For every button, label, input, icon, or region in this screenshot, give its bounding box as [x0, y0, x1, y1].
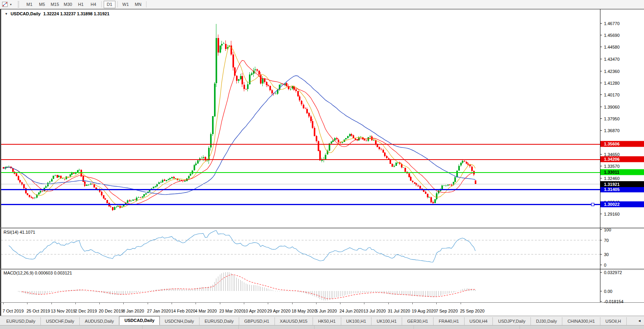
tab-scroll-left-icon[interactable]: ◄ — [635, 316, 644, 325]
price-tick-label: 1.46770 — [604, 21, 620, 26]
status-cell — [414, 325, 520, 329]
tab-dj30-daily[interactable]: DJ30,Daily — [531, 317, 562, 325]
timeframe-button-w1[interactable]: W1 — [120, 1, 132, 8]
time-axis-label: 5 Jun 2020 — [316, 309, 337, 313]
time-axis-label: 7 Oct 2019 — [3, 309, 24, 313]
price-tick-label: 1.33570 — [604, 164, 620, 169]
time-axis-label: 24 Jun 2020 — [340, 309, 364, 313]
tab-eurusd-daily[interactable]: EURUSD,Daily — [1, 317, 41, 325]
collapse-triangle-icon[interactable]: ▼ — [5, 12, 8, 16]
timeframe-button-d1[interactable]: D1 — [104, 1, 115, 8]
price-label-box: 1.30022 — [600, 202, 644, 207]
tab-usdcnh-daily[interactable]: USDCNH,Daily — [159, 317, 199, 325]
tab-usdjpy-daily[interactable]: USDJPY,Daily — [493, 317, 531, 325]
timeframe-button-h1[interactable]: H1 — [75, 1, 87, 8]
chart-ohlc-values: 1.32224 1.32237 1.31898 1.31921 — [43, 11, 109, 16]
status-bar — [0, 325, 644, 329]
chart-tab-bar: EURUSD,DailyUSDCHF,DailyAUDUSD,DailyUSDC… — [0, 316, 644, 325]
rsi-tick-label: 70 — [604, 238, 609, 243]
price-label-text: 1.30022 — [604, 202, 620, 207]
tab-audusd-daily[interactable]: AUDUSD,Daily — [80, 317, 119, 325]
price-label-box: 1.35606 — [600, 141, 644, 147]
tab-china300-h1[interactable]: CHINA300,H1 — [562, 317, 600, 325]
tab-xauusd-m15[interactable]: XAUUSD,M15 — [275, 317, 313, 325]
time-axis-label: 10 Apr 2020 — [243, 309, 267, 313]
time-axis-label: 31 Jul 2020 — [388, 309, 410, 313]
price-tick-label: 1.32460 — [604, 176, 620, 181]
chart-symbol-period: USDCAD,Daily — [11, 11, 40, 16]
price-tick-label: 1.37950 — [604, 116, 620, 121]
status-cell — [0, 325, 143, 329]
time-axis-label: 14 Feb 2020 — [171, 309, 196, 313]
toolbar-grip-handle[interactable] — [18, 1, 19, 7]
price-tick-label: 1.43470 — [604, 57, 620, 62]
tab-usdcad-daily[interactable]: USDCAD,Daily — [119, 316, 160, 325]
chart-window: 1.467701.456901.445801.434701.423601.412… — [0, 9, 644, 316]
time-axis-label: 18 May 2020 — [292, 309, 317, 313]
tab-eurusd-daily[interactable]: EURUSD,Daily — [199, 317, 239, 325]
time-axis-label: 13 Jul 2020 — [364, 309, 386, 313]
timeframe-button-m15[interactable]: M15 — [49, 1, 61, 8]
rsi-tick-label: 100 — [604, 227, 611, 232]
price-chart: 1.467701.456901.445801.434701.423601.412… — [0, 9, 644, 316]
time-axis-label: 7 Sep 2020 — [436, 309, 458, 313]
price-tick-label: 1.45690 — [604, 33, 620, 38]
time-axis-label: 25 Sep 2020 — [460, 309, 485, 313]
price-tick-label: 1.39060 — [604, 105, 620, 109]
status-cell — [239, 325, 315, 329]
line-tool-icon[interactable] — [2, 1, 8, 7]
price-label-text: 1.35606 — [604, 142, 620, 146]
toolbar-separator — [101, 1, 102, 7]
tab-ger30-h1[interactable]: GER30,H1 — [402, 317, 434, 325]
tab-usoil-h4[interactable]: USOil,H4 — [465, 317, 493, 325]
time-axis-label: 25 Oct 2019 — [27, 309, 50, 313]
tab-usdchf-daily[interactable]: USDCHF,Daily — [41, 317, 80, 325]
timeframe-button-h4[interactable]: H4 — [88, 1, 99, 8]
tab-hk50-h1[interactable]: HK50,H1 — [313, 317, 341, 325]
timeframe-button-m1[interactable]: M1 — [24, 1, 35, 8]
tab-usoil-h[interactable]: USOil,H — [600, 317, 627, 325]
line-drag-handle[interactable] — [591, 203, 594, 206]
tab-fra40-h1[interactable]: FRA40,H1 — [434, 317, 464, 325]
timeframe-button-mn[interactable]: MN — [132, 1, 144, 8]
time-axis-label: 20 Dec 2019 — [99, 309, 123, 313]
timeframe-button-m5[interactable]: M5 — [36, 1, 48, 8]
status-cell — [143, 325, 239, 329]
timeframe-button-m30[interactable]: M30 — [62, 1, 74, 8]
price-label-box: 1.34206 — [600, 156, 644, 162]
price-label-box: 1.31405 — [600, 187, 644, 193]
tab-uk100-h1[interactable]: UK100,H1 — [371, 317, 402, 325]
time-axis-label: 27 Jan 2020 — [147, 309, 171, 313]
tab-uk100-h1[interactable]: UK100,H1 — [341, 317, 372, 325]
price-label-text: 1.34206 — [604, 157, 620, 162]
price-tick-label: 1.34650 — [604, 152, 620, 157]
rsi-indicator-label: RSI(14) 41.1071 — [4, 230, 35, 234]
status-cell — [315, 325, 414, 329]
price-label-text: 1.31405 — [604, 187, 620, 192]
rsi-tick-label: 0 — [604, 263, 606, 267]
toolbar-separator — [146, 1, 146, 7]
tab-gbpusd-h1[interactable]: GBPUSD,H1 — [239, 317, 275, 325]
price-label-text: 1.33011 — [604, 170, 619, 174]
time-axis-label: 23 Mar 2020 — [220, 309, 244, 313]
time-axis-label: 2 Dec 2019 — [75, 309, 97, 313]
price-tick-label: 1.40170 — [604, 93, 620, 97]
macd-tick-label: 0.00 — [604, 289, 612, 294]
timeframe-toolbar: ▼ M1M5M15M30H1H4D1W1MN — [0, 0, 644, 9]
price-tick-label: 1.44580 — [604, 45, 620, 49]
price-tick-label: 1.41280 — [604, 81, 620, 85]
time-axis-label: 29 Apr 2020 — [267, 309, 291, 313]
macd-tick-label: -0.018154 — [604, 299, 624, 304]
price-tick-label: 1.29160 — [604, 212, 620, 216]
timeframe-buttons: M1M5M15M30H1H4D1W1MN — [23, 1, 148, 8]
time-axis-label: 19 Aug 2020 — [412, 309, 436, 313]
time-axis-label: 13 Nov 2019 — [51, 309, 75, 313]
time-axis-label: 4 Mar 2020 — [195, 309, 217, 313]
chevron-down-icon[interactable]: ▼ — [9, 3, 12, 6]
toolbar-separator — [117, 1, 118, 7]
status-cell — [520, 325, 644, 329]
price-tick-label: 1.36870 — [604, 128, 620, 133]
price-tick-label: 1.42360 — [604, 69, 620, 74]
macd-tick-label: 0.032972 — [604, 270, 622, 275]
price-label-box: 1.33011 — [600, 169, 644, 175]
